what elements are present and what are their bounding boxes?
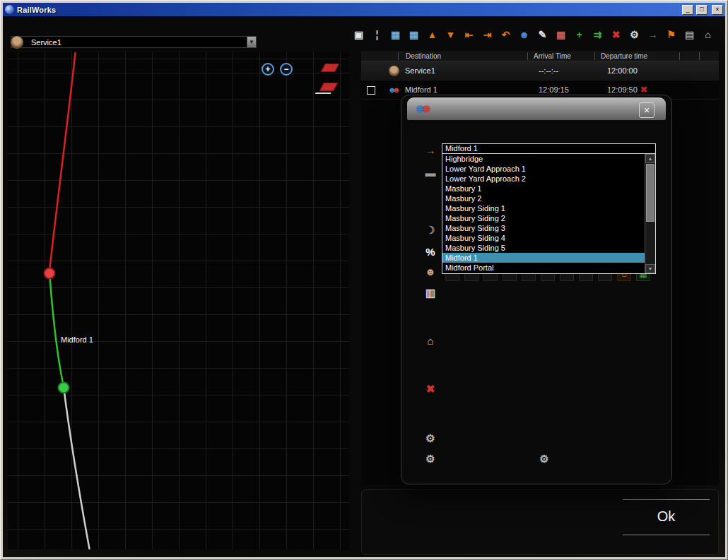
dialog-titlebar[interactable]: ☻☻ ×	[407, 97, 666, 120]
col-arrival-time: Arrival Time	[527, 52, 594, 60]
passengers-icon: ☻☻	[388, 84, 401, 95]
maximize-button[interactable]: □	[696, 5, 708, 15]
tile-set-icon[interactable]: ▦	[553, 28, 568, 42]
list-item[interactable]: Masbury 2	[442, 193, 645, 203]
minimize-button[interactable]: _	[682, 5, 693, 15]
row-arrival: 12:09:15	[527, 85, 594, 94]
list-item[interactable]: Masbury Siding 2	[442, 213, 645, 223]
zoom-in-icon[interactable]: +	[262, 63, 274, 76]
row-departure: 12:09:50	[594, 85, 679, 94]
passengers-icon: ☻☻	[414, 101, 433, 117]
platform-icon[interactable]: ▥	[423, 285, 438, 301]
list-item[interactable]: Highbridge	[442, 154, 645, 164]
cancel-stop-icon[interactable]: ✖	[423, 381, 438, 397]
grid-dense-icon[interactable]: ▦	[388, 28, 403, 42]
gear-icon-2[interactable]: ⚙	[423, 451, 438, 467]
pole-icon[interactable]: ¦	[370, 28, 384, 42]
list-item[interactable]: Masbury Siding 1	[442, 203, 645, 213]
add-service-icon[interactable]: +	[572, 28, 587, 42]
window-title: RailWorks	[17, 6, 679, 14]
destination-arrow-icon[interactable]: →	[423, 142, 438, 157]
dialog-close-icon[interactable]: ×	[639, 102, 654, 118]
scrollbar-thumb[interactable]	[646, 164, 654, 222]
table-row[interactable]: Service1 --:--:-- 12:00:00	[361, 61, 719, 81]
service-properties-icon[interactable]: ⚙	[627, 28, 642, 42]
close-button[interactable]: ×	[712, 5, 723, 15]
timetable-header: Destination Arrival Time Departure time	[361, 51, 719, 61]
railworks-window: RailWorks _ □ × Service1 ▼ Midford 1 + −…	[0, 0, 728, 560]
row-destination: Midford 1	[398, 85, 527, 94]
red-waypoint-marker	[45, 268, 55, 279]
route-lines	[8, 52, 349, 549]
row-destination: Service1	[398, 66, 527, 75]
row-departure: 12:00:00	[594, 66, 679, 75]
service-selector-value: Service1	[11, 38, 247, 47]
list-item[interactable]: Masbury Siding 5	[442, 243, 645, 253]
timetable-view-icon[interactable]: ▤	[682, 28, 697, 42]
col-departure-time: Departure time	[594, 52, 679, 60]
flag-icon[interactable]: ⚑	[664, 28, 679, 42]
edit-timetable-icon[interactable]: ✎	[535, 28, 550, 42]
scrollbar[interactable]: ▲ ▼	[645, 154, 655, 273]
driver-avatar-icon	[10, 35, 24, 49]
col-destination: Destination	[398, 52, 527, 60]
list-item-selected[interactable]: Midford 1	[442, 253, 645, 263]
move-start-icon[interactable]: ⇤	[462, 28, 476, 42]
list-item[interactable]: Masbury Siding 4	[442, 233, 645, 243]
divider	[623, 535, 710, 535]
scroll-down-icon[interactable]: ▼	[645, 264, 655, 273]
service-selector[interactable]: Service1 ▼	[11, 36, 257, 48]
list-item[interactable]: Masbury Siding 3	[442, 223, 645, 233]
list-item[interactable]: Midford Portal	[442, 263, 645, 273]
consist-icon[interactable]: ▬	[423, 165, 438, 180]
delete-row-icon[interactable]: ✖	[640, 85, 647, 95]
railworks-logo-icon	[5, 5, 14, 14]
zoom-out-icon[interactable]: −	[280, 63, 293, 76]
ok-label: Ok	[623, 500, 710, 535]
depot-shed-icon[interactable]: ⌂	[423, 333, 438, 348]
route-map[interactable]: Midford 1 + −	[8, 52, 349, 549]
undo-icon[interactable]: ↶	[498, 28, 513, 42]
list-item[interactable]: Lower Yard Approach 1	[442, 164, 645, 174]
destination-dialog: ☻☻ × → ▬ ☽ % ☻ ▥ ⌂ ✖ ⚙ ⚙ ⚙ ⌂ ▦ Midford	[401, 95, 672, 484]
station-label: Midford 1	[61, 335, 93, 344]
destination-combo[interactable]: Midford 1	[442, 143, 656, 154]
duplicate-service-icon[interactable]: ⇉	[590, 28, 605, 42]
save-icon[interactable]: ▣	[351, 28, 366, 42]
list-item[interactable]: Lower Yard Approach 2	[442, 174, 645, 184]
passengers-icon[interactable]: ☻	[517, 28, 532, 42]
gear-icon-3[interactable]: ⚙	[536, 451, 552, 467]
moon-icon[interactable]: ☽	[423, 222, 438, 238]
drive-service-icon[interactable]: →	[645, 28, 660, 42]
grid-icon[interactable]: ▦	[406, 28, 421, 42]
green-waypoint-marker	[59, 383, 69, 393]
editor-toolbar: ▣ ¦ ▦ ▦ ▲ ▼ ⇤ ⇥ ↶ ☻ ✎ ▦ + ⇉ ✖ ⚙ → ⚑ ▤ ⌂	[351, 27, 715, 42]
row-checkbox[interactable]	[367, 86, 375, 95]
marker-up-icon[interactable]: ▲	[425, 28, 440, 42]
chevron-down-icon[interactable]: ▼	[247, 37, 256, 47]
ok-button[interactable]: Ok	[623, 499, 710, 535]
destination-list: Highbridge Lower Yard Approach 1 Lower Y…	[442, 154, 656, 274]
titlebar[interactable]: RailWorks _ □ ×	[3, 3, 725, 16]
scroll-up-icon[interactable]: ▲	[645, 154, 655, 163]
delete-service-icon[interactable]: ✖	[609, 28, 623, 42]
performance-icon[interactable]: %	[423, 244, 438, 259]
footer-panel: Ok	[361, 489, 719, 555]
row-arrival: --:--:--	[527, 66, 594, 75]
depot-icon[interactable]: ⌂	[700, 28, 715, 42]
move-end-icon[interactable]: ⇥	[480, 28, 495, 42]
driver-icon[interactable]: ☻	[423, 263, 438, 279]
marker-down-icon[interactable]: ▼	[443, 28, 458, 42]
list-item[interactable]: Masbury 1	[442, 184, 645, 193]
gear-icon-1[interactable]: ⚙	[423, 431, 438, 446]
driver-avatar-icon	[389, 66, 399, 76]
